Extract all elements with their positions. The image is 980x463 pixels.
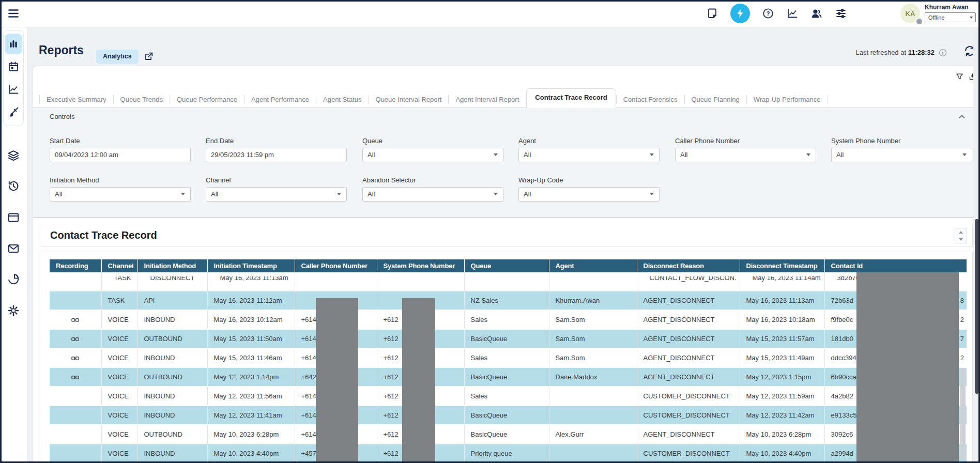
table-row: VOICEINBOUNDMay 10, 2023 4:40pm+457+612P… — [50, 444, 967, 463]
end-date-input[interactable]: 29/05/2023 11:59 pm — [206, 148, 347, 162]
tab-separator — [828, 95, 828, 104]
cell: INBOUND — [137, 444, 207, 463]
tab-queue-interval-report[interactable]: Queue Interval Report — [369, 92, 449, 107]
cell: CUSTOMER_DISCONNECT — [637, 444, 740, 463]
info-icon[interactable] — [938, 48, 947, 57]
sidebar-item-layers[interactable] — [7, 149, 20, 162]
channel-select[interactable]: All — [206, 187, 347, 202]
cell: May 16, 2023 11:13am — [740, 291, 824, 310]
sidebar-item-pie-chart[interactable] — [7, 272, 20, 286]
sidebar-item-brush[interactable] — [4, 101, 23, 124]
initiation-method-select[interactable]: All — [50, 187, 191, 202]
recording-cell — [50, 291, 101, 310]
dropdown-arrow-icon — [650, 193, 654, 195]
tab-agent-interval-report[interactable]: Agent Interval Report — [449, 92, 526, 107]
sidebar-item-bar-chart[interactable] — [5, 34, 22, 54]
cell: NZ Sales — [464, 291, 549, 310]
column-header-disconnect-reason: Disconnect Reason — [637, 259, 740, 272]
sidebar-item-window[interactable] — [7, 211, 20, 224]
notes-button[interactable] — [706, 7, 718, 20]
status-select[interactable]: Offline — [925, 12, 976, 22]
filter-icon[interactable] — [955, 72, 964, 81]
stepper-up-button[interactable] — [955, 228, 967, 236]
triangle-down-icon — [959, 238, 963, 241]
tab-queue-performance[interactable]: Queue Performance — [170, 92, 244, 107]
sidebar-item-mail[interactable] — [7, 242, 20, 255]
start-date-input[interactable]: 09/04/2023 12:00 am — [50, 148, 191, 162]
chevron-up-icon[interactable] — [957, 112, 967, 121]
recording-cell — [50, 406, 101, 425]
sidebar-item-history[interactable] — [7, 179, 20, 193]
stepper-down-button[interactable] — [955, 236, 967, 243]
external-link-icon[interactable] — [143, 51, 155, 62]
tab-contact-forensics[interactable]: Contact Forensics — [617, 92, 684, 107]
table-panel: RecordingChannelInitiation MethodInitiat… — [41, 252, 973, 463]
cell: INBOUND — [137, 406, 207, 425]
dropdown-arrow-icon — [806, 153, 810, 156]
tab-agent-status[interactable]: Agent Status — [316, 92, 368, 107]
controls-panel: Controls Start Date09/04/2023 12:00 amEn… — [33, 108, 978, 218]
report-title-panel: Contact Trace Record — [41, 224, 973, 246]
abandon-selector-select[interactable]: All — [362, 187, 503, 202]
tab-agent-performance[interactable]: Agent Performance — [244, 92, 316, 107]
cell: Khurram.Awan — [549, 291, 637, 310]
tab-bar: Executive SummaryQueue TrendsQueue Perfo… — [33, 89, 978, 108]
recording-link-icon[interactable] — [71, 374, 79, 381]
cell: TASK — [101, 272, 137, 291]
redaction-block-system — [402, 298, 435, 463]
redaction-block-caller — [316, 298, 358, 463]
table-row: TASKAPIMay 16, 2023 11:12amNZ SalesKhurr… — [50, 291, 967, 310]
cell: May 10, 2023 4:40pm — [740, 444, 824, 463]
hamburger-menu-icon[interactable] — [7, 7, 20, 20]
table-scrollbar-thumb[interactable] — [960, 368, 966, 460]
metrics-button[interactable] — [786, 7, 799, 20]
recording-link-icon[interactable] — [71, 355, 79, 362]
sidebar-item-gear[interactable] — [7, 304, 20, 317]
tab-queue-trends[interactable]: Queue Trends — [114, 92, 170, 107]
cell: May 16, 2023 11:12am — [207, 291, 295, 310]
topbar-icons: ? — [706, 0, 847, 27]
recording-cell — [50, 310, 101, 329]
tab-executive-summary[interactable]: Executive Summary — [40, 92, 113, 107]
sliders-button[interactable] — [835, 7, 847, 20]
recording-link-icon[interactable] — [71, 317, 79, 323]
tab-wrap-up-performance[interactable]: Wrap-Up Performance — [747, 92, 828, 107]
system-phone-number-select[interactable]: All — [831, 148, 972, 162]
cell: May 16, 2023 11:14am — [740, 272, 824, 291]
column-header-queue: Queue — [464, 259, 549, 272]
wrap-up-code-select[interactable]: All — [518, 187, 660, 202]
cell: Sam.Som — [549, 329, 637, 348]
last-refreshed-time: 11:28:32 — [908, 49, 935, 56]
tab-contract-trace-record[interactable]: Contract Trace Record — [526, 88, 616, 108]
cell — [549, 387, 637, 406]
table-header-row: RecordingChannelInitiation MethodInitiat… — [50, 259, 967, 272]
cell — [377, 272, 464, 291]
recording-link-icon[interactable] — [71, 336, 79, 343]
help-button[interactable]: ? — [762, 7, 774, 20]
cell: May 16, 2023 11:13am — [207, 272, 295, 291]
page-scrollbar-thumb[interactable] — [975, 219, 979, 394]
user-name: Khurram Awan — [925, 4, 969, 11]
queue-select[interactable]: All — [362, 148, 503, 162]
cell: May 10, 2023 4:40pm — [207, 444, 295, 463]
users-button[interactable] — [810, 7, 823, 20]
cell — [549, 444, 637, 463]
sidebar-item-line-chart[interactable] — [4, 78, 23, 101]
cell: VOICE — [101, 425, 137, 444]
cell: AGENT_DISCONNECT — [637, 367, 740, 387]
caller-phone-number-select[interactable]: All — [675, 148, 816, 162]
bolt-button[interactable] — [730, 4, 750, 23]
users-icon — [810, 7, 823, 20]
column-header-initiation-method: Initiation Method — [137, 259, 207, 272]
sidebar-item-calendar[interactable] — [4, 55, 23, 78]
cell: API — [137, 291, 207, 310]
agent-select[interactable]: All — [518, 148, 660, 162]
cell: AGENT_DISCONNECT — [637, 291, 740, 310]
cell: Sales — [464, 348, 549, 367]
dropdown-arrow-icon — [650, 153, 654, 156]
field-start-date: Start Date09/04/2023 12:00 am — [50, 137, 191, 162]
cell: May 15, 2023 11:49am — [740, 348, 824, 367]
cell: VOICE — [101, 387, 137, 406]
tab-queue-planning[interactable]: Queue Planning — [685, 92, 746, 107]
redaction-block-contact-id — [856, 272, 959, 463]
